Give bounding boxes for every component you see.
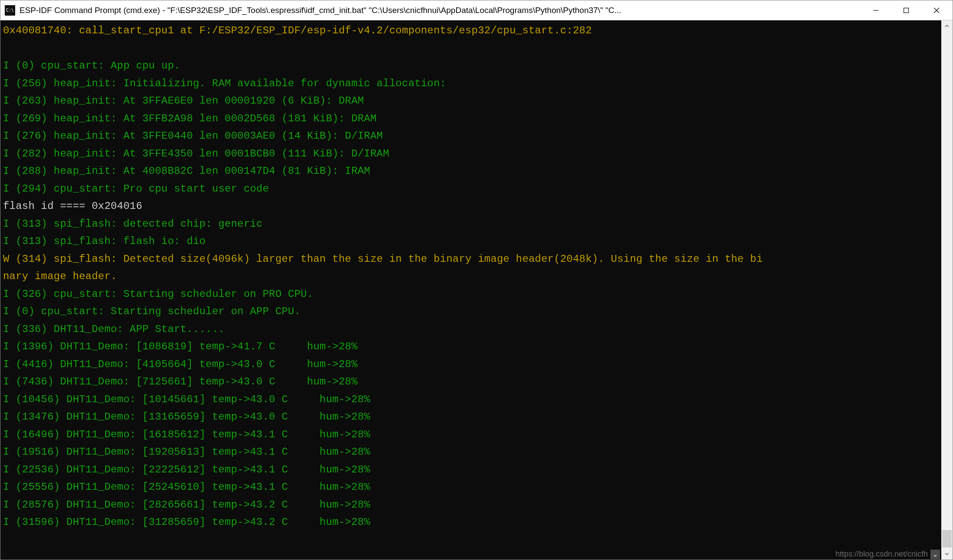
terminal-line: nary image header.	[3, 268, 939, 286]
terminal-line: I (22536) DHT11_Demo: [22225612] temp->4…	[3, 461, 939, 479]
terminal-line: I (4416) DHT11_Demo: [4105664] temp->43.…	[3, 356, 939, 374]
terminal-line: I (276) heap_init: At 3FFE0440 len 00003…	[3, 127, 939, 145]
scroll-up-icon[interactable]	[941, 20, 953, 32]
terminal-line: I (10456) DHT11_Demo: [10145661] temp->4…	[3, 391, 939, 409]
terminal-line: I (294) cpu_start: Pro cpu start user co…	[3, 180, 939, 198]
scroll-down-icon[interactable]	[941, 548, 953, 560]
terminal-output[interactable]: 0x40081740: call_start_cpu1 at F:/ESP32/…	[0, 20, 941, 560]
terminal-line: I (326) cpu_start: Starting scheduler on…	[3, 286, 939, 303]
title-bar[interactable]: C:\ ESP-IDF Command Prompt (cmd.exe) - "…	[0, 0, 953, 20]
terminal-line: I (0) cpu_start: App cpu up.	[3, 57, 939, 75]
terminal-container: 0x40081740: call_start_cpu1 at F:/ESP32/…	[0, 20, 953, 560]
terminal-line: I (256) heap_init: Initializing. RAM ava…	[3, 75, 939, 93]
terminal-line: I (1396) DHT11_Demo: [1086819] temp->41.…	[3, 338, 939, 356]
vertical-scrollbar[interactable]	[941, 20, 953, 560]
terminal-line: I (336) DHT11_Demo: APP Start......	[3, 321, 939, 339]
terminal-line: I (313) spi_flash: detected chip: generi…	[3, 215, 939, 233]
terminal-line: I (31596) DHT11_Demo: [31285659] temp->4…	[3, 514, 939, 531]
terminal-line: 0x40081740: call_start_cpu1 at F:/ESP32/…	[3, 22, 939, 40]
terminal-line: I (25556) DHT11_Demo: [25245610] temp->4…	[3, 479, 939, 496]
terminal-line: I (282) heap_init: At 3FFE4350 len 0001B…	[3, 145, 939, 163]
terminal-line: I (263) heap_init: At 3FFAE6E0 len 00001…	[3, 92, 939, 110]
terminal-line: flash id ==== 0x204016	[3, 198, 939, 215]
watermark: https://blog.csdn.net/cnicfh⌄	[836, 550, 940, 559]
terminal-line	[3, 40, 939, 58]
terminal-line: I (28576) DHT11_Demo: [28265661] temp->4…	[3, 496, 939, 514]
terminal-line: I (313) spi_flash: flash io: dio	[3, 233, 939, 251]
svg-rect-1	[904, 8, 909, 13]
terminal-line: I (269) heap_init: At 3FFB2A98 len 0002D…	[3, 110, 939, 128]
scroll-thumb[interactable]	[942, 530, 952, 547]
maximize-button[interactable]	[891, 0, 921, 20]
window-controls	[861, 0, 952, 20]
terminal-line: I (0) cpu_start: Starting scheduler on A…	[3, 303, 939, 321]
close-button[interactable]	[921, 0, 952, 20]
terminal-line: I (16496) DHT11_Demo: [16185612] temp->4…	[3, 426, 939, 444]
minimize-button[interactable]	[861, 0, 891, 20]
app-icon: C:\	[5, 5, 15, 16]
terminal-line: I (7436) DHT11_Demo: [7125661] temp->43.…	[3, 373, 939, 391]
window-title: ESP-IDF Command Prompt (cmd.exe) - "F:\E…	[20, 6, 861, 15]
terminal-line: I (13476) DHT11_Demo: [13165659] temp->4…	[3, 408, 939, 426]
terminal-line: W (314) spi_flash: Detected size(4096k) …	[3, 251, 939, 268]
terminal-line: I (288) heap_init: At 4008B82C len 00014…	[3, 163, 939, 180]
chevron-down-icon: ⌄	[930, 550, 940, 559]
terminal-line: I (19516) DHT11_Demo: [19205613] temp->4…	[3, 443, 939, 461]
